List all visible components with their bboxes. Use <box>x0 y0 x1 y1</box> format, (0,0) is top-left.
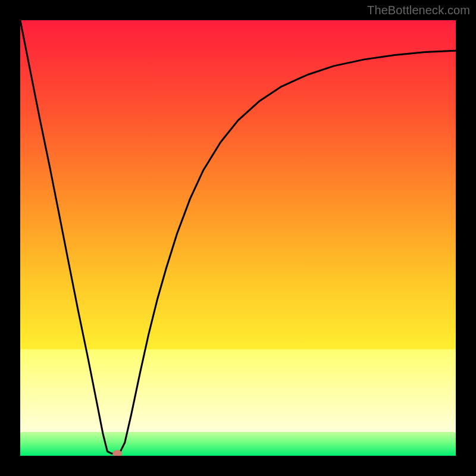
chart-frame: TheBottleneck.com <box>0 0 476 476</box>
bottleneck-chart <box>20 20 456 456</box>
attribution-text: TheBottleneck.com <box>367 4 470 17</box>
gradient-background <box>20 20 456 456</box>
plot-area <box>20 20 456 456</box>
